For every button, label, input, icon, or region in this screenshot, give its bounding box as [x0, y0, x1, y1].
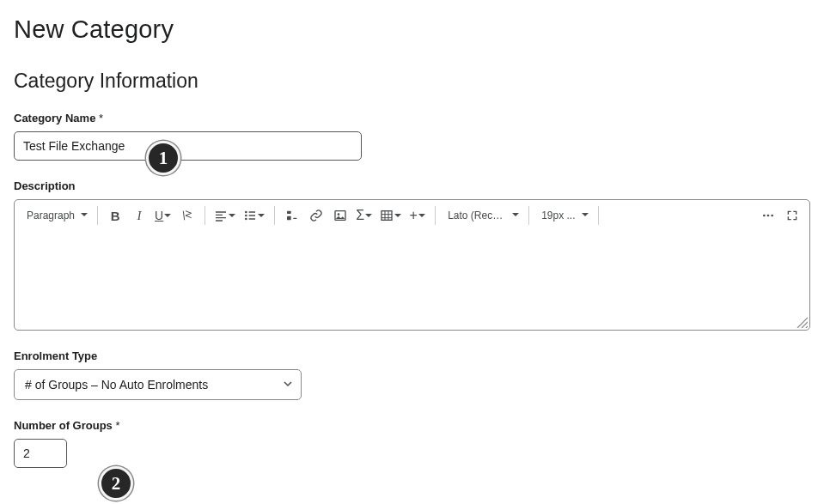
annotation-badge-1: 1 — [146, 141, 180, 175]
bold-button[interactable]: B — [103, 203, 127, 228]
link-icon — [309, 209, 323, 222]
insert-stuff-icon — [285, 209, 299, 222]
resize-handle[interactable] — [796, 316, 808, 328]
label-enrolment-type: Enrolment Type — [14, 349, 810, 362]
insert-stuff-button[interactable] — [280, 203, 304, 228]
image-icon — [333, 209, 347, 222]
svg-point-9 — [767, 215, 770, 217]
annotation-badge-2: 2 — [99, 466, 133, 501]
rich-text-editor: Paragraph B I U Σ + Lato (Recom… 19px ..… — [14, 199, 810, 331]
description-textarea[interactable] — [15, 231, 809, 330]
number-of-groups-input[interactable] — [14, 439, 67, 468]
label-number-of-groups: Number of Groups * — [14, 419, 810, 432]
font-family-select[interactable]: Lato (Recom… — [441, 203, 523, 228]
svg-rect-4 — [287, 216, 291, 221]
label-description: Description — [14, 179, 810, 192]
list-button[interactable] — [240, 203, 269, 228]
ellipsis-icon — [761, 209, 775, 222]
chevron-down-icon — [581, 209, 589, 222]
svg-rect-7 — [381, 211, 392, 221]
editor-toolbar: Paragraph B I U Σ + Lato (Recom… 19px ..… — [15, 200, 809, 231]
bullet-list-icon — [243, 209, 257, 222]
link-button[interactable] — [304, 203, 328, 228]
svg-point-6 — [338, 213, 340, 216]
chevron-down-icon — [394, 209, 402, 222]
category-name-input[interactable] — [14, 131, 362, 161]
block-format-select[interactable]: Paragraph — [20, 203, 92, 228]
chevron-down-icon — [257, 209, 266, 222]
svg-point-2 — [245, 218, 247, 221]
page-title: New Category — [14, 15, 810, 44]
svg-rect-3 — [287, 211, 291, 214]
image-button[interactable] — [328, 203, 352, 228]
fullscreen-button[interactable] — [780, 203, 804, 228]
font-size-select[interactable]: 19px ... — [534, 203, 592, 228]
label-category-name: Category Name * — [14, 112, 810, 124]
chevron-down-icon — [228, 209, 236, 222]
chevron-down-icon — [80, 209, 89, 222]
align-button[interactable] — [211, 203, 240, 228]
svg-point-0 — [245, 211, 247, 214]
chevron-down-icon — [511, 209, 520, 222]
table-button[interactable] — [376, 203, 406, 228]
italic-button[interactable]: I — [127, 203, 151, 228]
chevron-down-icon — [364, 209, 373, 222]
svg-point-1 — [245, 215, 247, 217]
fullscreen-icon — [785, 209, 799, 222]
chevron-down-icon — [418, 209, 426, 222]
strike-icon — [180, 209, 194, 222]
section-title-category-info: Category Information — [14, 70, 810, 93]
strike-format-button[interactable] — [175, 203, 199, 228]
svg-point-8 — [763, 215, 766, 217]
align-left-icon — [214, 209, 228, 222]
chevron-down-icon — [163, 209, 172, 222]
insert-more-button[interactable]: + — [406, 203, 430, 228]
more-actions-button[interactable] — [756, 203, 780, 228]
table-icon — [380, 209, 394, 222]
svg-point-10 — [771, 215, 773, 217]
equation-button[interactable]: Σ — [352, 203, 376, 228]
underline-button[interactable]: U — [151, 203, 175, 228]
enrolment-type-select[interactable]: # of Groups – No Auto Enrolments — [14, 369, 302, 400]
